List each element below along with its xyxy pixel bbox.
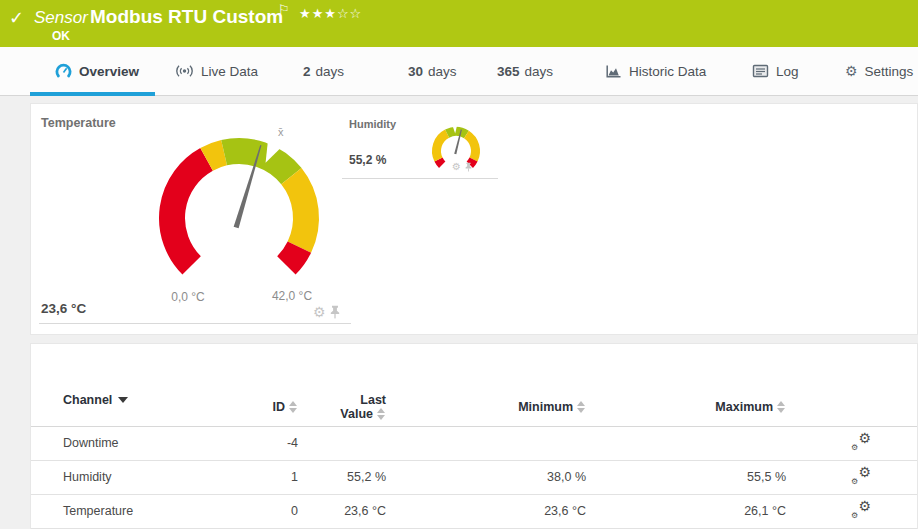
sort-arrows-icon [577,401,586,413]
last-value-cell: 23,6 °C [301,494,389,528]
status-badge: OK [52,29,70,43]
minimum-cell [389,426,589,460]
tab-label: days [428,64,457,79]
column-label: Minimum [518,400,573,414]
log-list-icon [752,64,769,78]
channel-id-cell: 1 [266,460,301,494]
channel-name-cell: Downtime [31,426,266,460]
tab-label: days [316,64,345,79]
maximum-cell [589,426,789,460]
tab-number: 30 [408,64,423,79]
sort-caret-icon [118,397,128,403]
gauge-settings-icon[interactable]: ⚙ [313,304,326,320]
ok-check-icon: ✓ [9,7,24,29]
pin-icon[interactable] [330,305,340,319]
tab-bar: Overview Live Data 2 days 30 days 365 da… [0,47,918,96]
sensor-status-header: ✓ Sensor Modbus RTU Custom ⚐ ★★★☆☆ OK [0,0,918,47]
sensor-title: Modbus RTU Custom [90,6,283,28]
sort-arrows-icon [377,408,386,420]
gear-icon: ⚙ [858,499,871,513]
tab-log[interactable]: Log [752,47,799,95]
tab-overview[interactable]: Overview [55,47,139,95]
gear-icon: ⚙ [858,431,871,445]
humidity-cell-divider [342,178,498,179]
tab-settings[interactable]: ⚙ Settings [845,47,913,95]
area-chart-icon [605,64,622,79]
live-signal-icon [175,64,194,78]
tab-label: Live Data [201,64,258,79]
channel-settings-icon[interactable]: ⚙⚙ [851,501,871,519]
tab-2-days[interactable]: 2 days [303,47,344,95]
table-row[interactable]: Humidity155,2 %38,0 %55,5 %⚙⚙ [31,460,917,494]
channel-settings-icon[interactable]: ⚙⚙ [851,467,871,485]
gauges-panel: Temperature x̄ 23,6 °C 0,0 °C 42,0 °C ⚙ … [30,103,918,335]
tab-365-days[interactable]: 365 days [497,47,553,95]
tab-label: days [525,64,554,79]
temperature-gauge-actions: ⚙ [313,304,340,320]
gear-icon: ⚙ [851,444,858,452]
object-kind-label: Sensor [34,8,88,28]
gear-icon: ⚙ [858,465,871,479]
temperature-gauge-title: Temperature [41,116,116,130]
tab-number: 365 [497,64,520,79]
channel-id-cell: 0 [266,494,301,528]
channel-name-cell: Humidity [31,460,266,494]
maximum-cell: 55,5 % [589,460,789,494]
priority-stars[interactable]: ★★★☆☆ [299,6,362,21]
temperature-scale-max: 42,0 °C [262,289,322,303]
gauge-icon [55,63,72,79]
maximum-cell: 26,1 °C [589,494,789,528]
channels-table: Channel ID Last Value Minimum Maximum [31,374,917,529]
channels-panel: Channel ID Last Value Minimum Maximum [30,343,918,529]
column-header-actions [789,374,917,426]
minimum-cell: 23,6 °C [389,494,589,528]
temperature-cell-divider [39,323,351,324]
temperature-scale-min: 0,0 °C [158,290,218,304]
channel-name-cell: Temperature [31,494,266,528]
channel-actions-cell: ⚙⚙ [789,494,917,528]
last-value-cell: 55,2 % [301,460,389,494]
column-label: Maximum [715,400,773,414]
gear-icon: ⚙ [851,512,858,520]
table-row[interactable]: Temperature023,6 °C23,6 °C26,1 °C⚙⚙ [31,494,917,528]
channel-settings-icon[interactable]: ⚙⚙ [851,433,871,451]
column-label: Channel [63,393,112,407]
minimum-cell: 38,0 % [389,460,589,494]
column-label: ID [273,400,286,414]
tab-label: Overview [79,64,139,79]
flag-icon[interactable]: ⚐ [278,2,290,17]
tab-number: 2 [303,64,311,79]
active-tab-underline [30,92,155,96]
average-marker-label: x̄ [278,126,284,138]
humidity-gauge-actions: ⚙ [452,161,472,172]
table-row[interactable]: Downtime-4⚙⚙ [31,426,917,460]
humidity-current-value: 55,2 % [349,153,386,167]
column-header-channel[interactable]: Channel [31,374,266,426]
tab-30-days[interactable]: 30 days [408,47,457,95]
channel-actions-cell: ⚙⚙ [789,460,917,494]
gear-icon: ⚙ [851,478,858,486]
tab-label: Settings [865,64,914,79]
settings-gear-icon: ⚙ [845,64,858,78]
tab-label: Historic Data [629,64,706,79]
channel-id-cell: -4 [266,426,301,460]
tab-historic-data[interactable]: Historic Data [605,47,706,95]
gauge-settings-icon[interactable]: ⚙ [452,161,461,172]
pin-icon[interactable] [465,162,472,172]
sort-arrows-icon [289,401,298,413]
column-header-last-value[interactable]: Last Value [301,374,389,426]
last-value-cell [301,426,389,460]
tab-live-data[interactable]: Live Data [175,47,258,95]
column-header-maximum[interactable]: Maximum [589,374,789,426]
column-header-id[interactable]: ID [266,374,301,426]
temperature-current-value: 23,6 °C [41,301,86,316]
humidity-gauge-title: Humidity [349,118,396,130]
tab-label: Log [776,64,799,79]
temperature-gauge: x̄ [154,118,334,293]
sort-arrows-icon [777,401,786,413]
column-header-minimum[interactable]: Minimum [389,374,589,426]
channel-actions-cell: ⚙⚙ [789,426,917,460]
sensor-page: ✓ Sensor Modbus RTU Custom ⚐ ★★★☆☆ OK Ov… [0,0,918,529]
